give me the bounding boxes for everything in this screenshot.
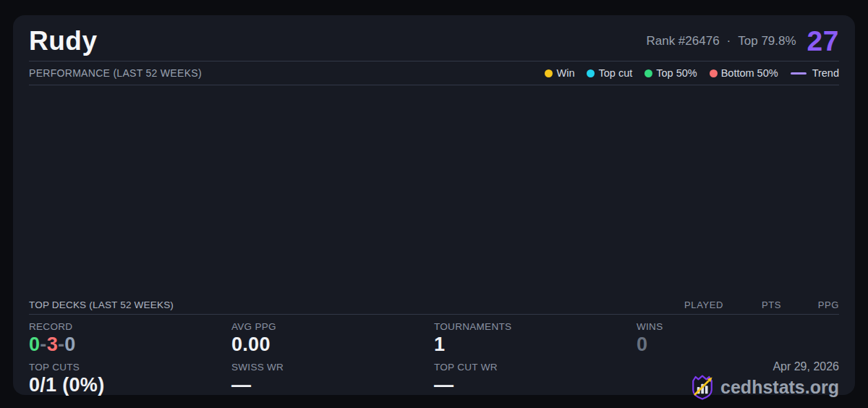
record-dash: - xyxy=(58,333,64,355)
date-text: Apr 29, 2026 xyxy=(637,360,839,373)
brand-text: cedhstats.org xyxy=(720,377,839,398)
stat-label: TOURNAMENTS xyxy=(434,321,637,332)
stat-avg-ppg: AVG PPG 0.00 xyxy=(231,315,434,355)
top-cuts-value: 0/1 (0%) xyxy=(29,374,231,396)
top-cut-dot-icon xyxy=(587,69,595,77)
stat-label: SWISS WR xyxy=(231,362,434,373)
rank-line: Rank #26476 · Top 79.8% xyxy=(646,34,796,48)
stat-label: AVG PPG xyxy=(231,321,434,332)
column-header-pts: PTS xyxy=(723,299,781,310)
stat-record: RECORD 0-3-0 xyxy=(29,315,231,355)
score-value: 27 xyxy=(807,25,839,57)
stat-top-cut-wr: TOP CUT WR — xyxy=(434,355,637,396)
stat-wins: WINS 0 xyxy=(637,315,839,355)
legend-label: Top cut xyxy=(598,67,632,79)
legend-item-top-50: Top 50% xyxy=(644,67,697,79)
performance-section-header: PERFORMANCE (LAST 52 WEEKS) Win Top cut … xyxy=(29,61,839,85)
legend-item-trend: Trend xyxy=(791,67,839,79)
top-decks-title: TOP DECKS (LAST 52 WEEKS) xyxy=(29,299,174,310)
top-decks-column-headers: PLAYED PTS PPG xyxy=(665,299,839,310)
record-losses: 3 xyxy=(47,333,58,355)
record-value: 0-3-0 xyxy=(29,333,231,356)
wins-value: 0 xyxy=(637,333,839,356)
performance-chart xyxy=(29,85,839,295)
legend-item-top-cut: Top cut xyxy=(587,67,632,79)
trend-line-icon xyxy=(791,72,807,75)
top-cut-wr-value: — xyxy=(434,374,637,396)
bottom-50-dot-icon xyxy=(710,69,718,77)
tournaments-value: 1 xyxy=(434,333,637,356)
player-stats-card: Rudy Rank #26476 · Top 79.8% 27 PERFORMA… xyxy=(13,15,855,395)
record-wins: 0 xyxy=(29,333,40,355)
stat-tournaments: TOURNAMENTS 1 xyxy=(434,315,637,355)
stat-top-cuts: TOP CUTS 0/1 (0%) xyxy=(29,355,231,396)
performance-title: PERFORMANCE (LAST 52 WEEKS) xyxy=(29,67,202,79)
swiss-wr-value: — xyxy=(231,374,434,396)
record-draws: 0 xyxy=(64,333,75,355)
player-name: Rudy xyxy=(29,26,98,56)
column-header-played: PLAYED xyxy=(665,299,723,310)
stat-label: RECORD xyxy=(29,321,231,332)
chart-legend: Win Top cut Top 50% Bottom 50% Trend xyxy=(545,67,839,79)
legend-label: Win xyxy=(556,67,574,79)
cedhstats-logo-icon xyxy=(690,374,715,400)
top-50-dot-icon xyxy=(644,69,652,77)
legend-label: Trend xyxy=(812,67,839,79)
rank-text: Rank #26476 xyxy=(646,34,719,48)
legend-label: Bottom 50% xyxy=(721,67,778,79)
avg-ppg-value: 0.00 xyxy=(231,333,434,356)
stat-swiss-wr: SWISS WR — xyxy=(231,355,434,396)
stat-label: TOP CUT WR xyxy=(434,362,637,373)
stats-grid: RECORD 0-3-0 AVG PPG 0.00 TOURNAMENTS 1 … xyxy=(29,315,839,396)
rank-summary: Rank #26476 · Top 79.8% 27 xyxy=(646,25,839,57)
win-dot-icon xyxy=(545,69,553,77)
card-footer: Apr 29, 2026 cedhstats.org xyxy=(637,355,839,396)
legend-label: Top 50% xyxy=(656,67,697,79)
top-percent-text: Top 79.8% xyxy=(738,34,796,48)
record-dash: - xyxy=(40,333,46,355)
stat-label: WINS xyxy=(637,321,839,332)
column-header-ppg: PPG xyxy=(781,299,839,310)
legend-item-win: Win xyxy=(545,67,574,79)
stat-label: TOP CUTS xyxy=(29,362,231,373)
top-decks-section-header: TOP DECKS (LAST 52 WEEKS) PLAYED PTS PPG xyxy=(29,295,839,315)
card-header: Rudy Rank #26476 · Top 79.8% 27 xyxy=(29,15,839,61)
rank-separator: · xyxy=(727,34,731,48)
legend-item-bottom-50: Bottom 50% xyxy=(710,67,778,79)
brand: cedhstats.org xyxy=(637,374,839,400)
